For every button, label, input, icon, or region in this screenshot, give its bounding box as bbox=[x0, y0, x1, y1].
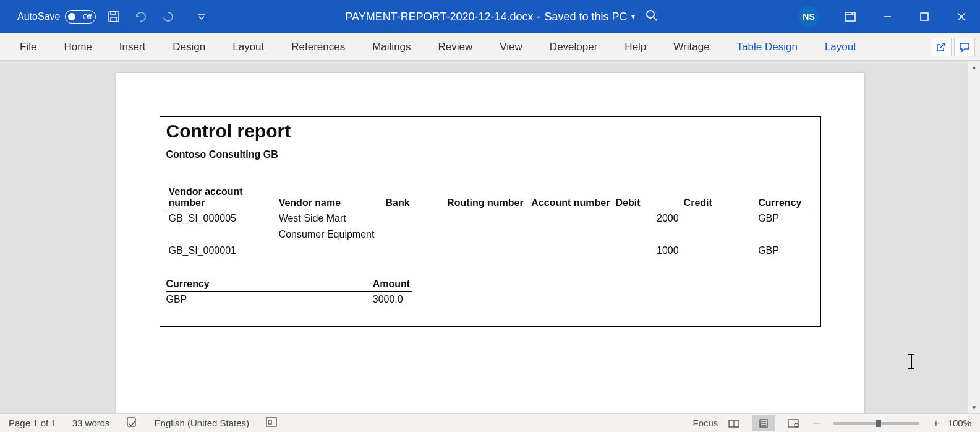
qat-customize-button[interactable] bbox=[192, 7, 211, 26]
document-area: Control report Contoso Consulting GB Ven… bbox=[0, 61, 980, 413]
tab-file-label: File bbox=[20, 41, 36, 53]
tab-insert[interactable]: Insert bbox=[106, 33, 160, 60]
share-button[interactable] bbox=[931, 38, 952, 56]
th-sum-amount: Amount bbox=[212, 277, 412, 292]
close-button[interactable] bbox=[943, 0, 980, 33]
cell-debit: 2000 bbox=[613, 210, 681, 227]
tab-layout-label: Layout bbox=[232, 41, 264, 53]
tab-layout[interactable]: Layout bbox=[219, 33, 278, 60]
th-account: Account number bbox=[529, 185, 613, 210]
minimize-button[interactable] bbox=[869, 0, 906, 33]
tab-references[interactable]: References bbox=[278, 33, 359, 60]
tab-home-label: Home bbox=[64, 41, 92, 53]
cell-bank bbox=[383, 210, 445, 227]
ribbon-display-button[interactable] bbox=[832, 0, 869, 33]
tab-writage[interactable]: Writage bbox=[660, 33, 723, 60]
ribbon-tabs: File Home Insert Design Layout Reference… bbox=[0, 33, 980, 61]
tab-insert-label: Insert bbox=[119, 41, 146, 53]
tab-file[interactable]: File bbox=[6, 33, 50, 60]
read-mode-button[interactable] bbox=[722, 415, 746, 431]
th-bank: Bank bbox=[383, 185, 445, 210]
status-bar: Page 1 of 1 33 words English (United Sta… bbox=[0, 413, 980, 432]
tab-home[interactable]: Home bbox=[50, 33, 105, 60]
autosave-toggle[interactable]: Off bbox=[65, 10, 96, 24]
tab-help-label: Help bbox=[624, 41, 646, 53]
summary-table: Currency Amount GBP 3000.0 bbox=[166, 277, 413, 308]
save-button[interactable] bbox=[104, 7, 123, 26]
tab-design[interactable]: Design bbox=[159, 33, 219, 60]
tab-review[interactable]: Review bbox=[425, 33, 487, 60]
autosave-state: Off bbox=[83, 13, 92, 20]
tab-mailings-label: Mailings bbox=[372, 41, 411, 53]
user-initials: NS bbox=[803, 12, 814, 22]
status-right: Focus − + 100% bbox=[692, 415, 971, 431]
cell-vendor-account: GB_SI_000001 bbox=[166, 227, 276, 259]
zoom-thumb-icon bbox=[876, 420, 881, 427]
autosave-group: AutoSave Off bbox=[17, 10, 96, 24]
cell-credit bbox=[681, 210, 756, 227]
table-row: GB_SI_000001 Consumer Equipment 1000 GBP bbox=[166, 227, 814, 259]
cell-currency: GBP bbox=[756, 210, 814, 227]
report-company: Contoso Consulting GB bbox=[166, 149, 814, 160]
zoom-in-button[interactable]: + bbox=[931, 418, 941, 429]
undo-button[interactable] bbox=[132, 7, 150, 26]
svg-line-5 bbox=[654, 17, 657, 20]
tab-developer-label: Developer bbox=[550, 41, 598, 53]
th-credit: Credit bbox=[681, 185, 756, 210]
tab-design-label: Design bbox=[173, 41, 205, 53]
report-table: Vendor account number Vendor name Bank R… bbox=[166, 185, 814, 259]
svg-rect-6 bbox=[845, 12, 855, 21]
tab-mailings[interactable]: Mailings bbox=[359, 33, 424, 60]
language-indicator[interactable]: English (United States) bbox=[155, 418, 249, 428]
spellcheck-icon[interactable] bbox=[126, 417, 138, 430]
redo-button[interactable] bbox=[159, 7, 177, 26]
zoom-level[interactable]: 100% bbox=[948, 418, 971, 428]
cell-bank bbox=[383, 227, 445, 259]
chevron-down-icon[interactable]: ▾ bbox=[631, 12, 635, 21]
tab-table-design[interactable]: Table Design bbox=[723, 33, 811, 60]
tab-developer[interactable]: Developer bbox=[536, 33, 611, 60]
tab-view-label: View bbox=[500, 41, 522, 53]
summary-row: GBP 3000.0 bbox=[166, 292, 413, 308]
tab-references-label: References bbox=[291, 41, 345, 53]
th-vendor-account: Vendor account number bbox=[166, 185, 276, 210]
page-indicator[interactable]: Page 1 of 1 bbox=[9, 418, 56, 428]
table-row: GB_SI_000005 West Side Mart 2000 GBP bbox=[166, 210, 814, 227]
cell-credit bbox=[681, 227, 756, 259]
tab-table-layout[interactable]: Layout bbox=[811, 33, 870, 60]
summary-header-row: Currency Amount bbox=[166, 277, 413, 292]
focus-label: Focus bbox=[693, 418, 718, 428]
search-button[interactable] bbox=[645, 9, 658, 25]
th-routing: Routing number bbox=[445, 185, 529, 210]
cell-account bbox=[529, 210, 613, 227]
print-layout-button[interactable] bbox=[752, 415, 775, 431]
th-vendor-name: Vendor name bbox=[276, 185, 383, 210]
cell-currency: GBP bbox=[756, 227, 814, 259]
title-bar: AutoSave Off PAYMENT-REPORT-2020-12-14.d… bbox=[0, 0, 980, 33]
tab-view[interactable]: View bbox=[486, 33, 536, 60]
word-count[interactable]: 33 words bbox=[72, 418, 110, 428]
user-avatar[interactable]: NS bbox=[798, 6, 819, 27]
tab-table-layout-label: Layout bbox=[825, 41, 856, 53]
svg-point-4 bbox=[647, 11, 654, 18]
svg-rect-2 bbox=[111, 17, 117, 22]
table-header-row: Vendor account number Vendor name Bank R… bbox=[166, 185, 814, 210]
tab-help[interactable]: Help bbox=[611, 33, 660, 60]
title-dash: - bbox=[537, 11, 541, 24]
macro-icon[interactable] bbox=[265, 417, 278, 430]
zoom-out-button[interactable]: − bbox=[811, 418, 822, 429]
cell-vendor-name: Consumer Equipment bbox=[276, 227, 383, 259]
scroll-down-icon[interactable]: ▼ bbox=[968, 401, 980, 413]
tab-table-design-label: Table Design bbox=[737, 41, 798, 53]
focus-mode-button[interactable]: Focus bbox=[692, 415, 716, 431]
zoom-slider[interactable] bbox=[833, 422, 919, 425]
comments-button[interactable] bbox=[954, 38, 975, 56]
web-layout-button[interactable] bbox=[782, 415, 805, 431]
th-debit: Debit bbox=[613, 185, 681, 210]
document-page[interactable]: Control report Contoso Consulting GB Ven… bbox=[116, 73, 864, 413]
scroll-up-icon[interactable]: ▲ bbox=[968, 61, 980, 73]
cell-routing bbox=[445, 210, 529, 227]
status-left: Page 1 of 1 33 words English (United Sta… bbox=[9, 417, 278, 430]
maximize-button[interactable] bbox=[906, 0, 943, 33]
vertical-scrollbar[interactable]: ▲ ▼ bbox=[968, 61, 980, 413]
